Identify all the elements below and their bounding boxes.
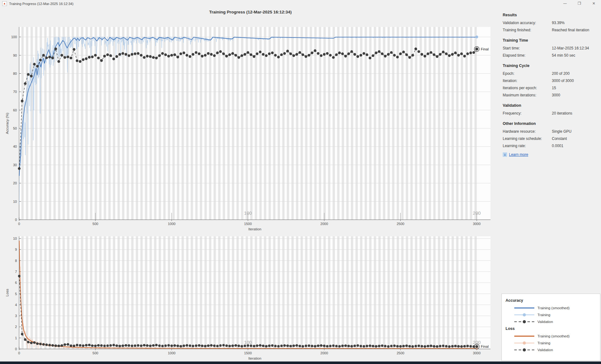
panel-section-title: Validation <box>503 102 598 109</box>
legend-row: Training <box>506 311 600 318</box>
minimize-button[interactable]: — <box>558 0 572 7</box>
panel-section-title: Training Time <box>503 37 598 44</box>
svg-text:5: 5 <box>15 292 17 296</box>
panel-row-value: 200 of 200 <box>552 71 570 76</box>
panel-row-value: 3000 of 3000 <box>552 79 574 83</box>
panel-row-label: Iterations per epoch: <box>503 86 552 90</box>
legend: AccuracyTraining (smoothed)TrainingValid… <box>501 294 600 361</box>
panel-row-value: Single GPU <box>552 129 572 134</box>
legend-swatch-dash-dot <box>514 348 536 352</box>
svg-text:6: 6 <box>15 281 17 285</box>
panel-row-label: Maximum iterations: <box>503 93 552 97</box>
legend-swatch-solid <box>514 306 536 310</box>
panel-row: Start time:12-Mar-2025 16:12:34 <box>503 44 598 52</box>
info-icon: i <box>503 152 507 157</box>
y-axis-label: Loss <box>5 289 9 297</box>
panel-row: Learning rate schedule:Constant <box>503 135 598 142</box>
panel-row: Epoch:200 of 200 <box>503 70 598 77</box>
panel-row-value: Constant <box>552 136 567 141</box>
legend-label: Validation <box>537 320 553 324</box>
panel-row: Iterations per epoch:15 <box>503 84 598 91</box>
panel-row-label: Iteration: <box>503 79 552 83</box>
svg-text:3: 3 <box>15 314 17 318</box>
legend-row: Validation <box>506 346 600 353</box>
panel-row: Iteration:3000 of 3000 <box>503 77 598 84</box>
panel-row-label: Validation accuracy: <box>503 21 552 25</box>
panel-row-label: Epoch: <box>503 71 552 76</box>
final-marker-dot <box>475 345 478 348</box>
svg-text:1500: 1500 <box>244 351 252 355</box>
learn-more-link[interactable]: Learn more <box>509 152 528 157</box>
panel-row: Maximum iterations:3000 <box>503 91 598 99</box>
panel-section: ResultsValidation accuracy:93.39%Trainin… <box>503 11 598 33</box>
window-controls: — ❐ ✕ <box>558 0 601 7</box>
legend-group-title: Accuracy <box>506 298 600 303</box>
svg-text:500: 500 <box>93 351 98 355</box>
panel-row-value: 15 <box>552 86 556 90</box>
panel-row-label: Learning rate: <box>503 144 552 148</box>
panel-row-label: Elapsed time: <box>503 53 552 58</box>
results-panel: ResultsValidation accuracy:93.39%Trainin… <box>503 11 598 157</box>
legend-swatch-solid <box>514 334 536 338</box>
panel-row-label: Hardware resource: <box>503 129 552 134</box>
legend-swatch-line-dot <box>514 341 536 345</box>
legend-row: Training (smoothed) <box>506 333 600 340</box>
panel-row-label: Training finished: <box>503 28 552 32</box>
panel-row-value: Reached final iteration <box>552 28 589 32</box>
loss-plot: 012345678910050010001500200025003000Iter… <box>0 0 501 364</box>
panel-row-label: Learning rate schedule: <box>503 136 552 141</box>
svg-text:0: 0 <box>15 347 17 351</box>
restore-button[interactable]: ❐ <box>572 0 587 7</box>
svg-text:7: 7 <box>15 270 17 274</box>
panel-section-title: Results <box>503 11 598 18</box>
legend-row: Training (smoothed) <box>506 305 600 311</box>
svg-text:9: 9 <box>15 248 17 251</box>
panel-section: Training CycleEpoch:200 of 200Iteration:… <box>503 62 598 99</box>
panel-section: Other InformationHardware resource:Singl… <box>503 120 598 149</box>
panel-section: Training TimeStart time:12-Mar-2025 16:1… <box>503 37 598 59</box>
panel-row: Elapsed time:54 min 50 sec <box>503 52 598 59</box>
panel-row: Learning rate:0.0001 <box>503 142 598 149</box>
panel-row-label: Frequency: <box>503 111 552 115</box>
legend-label: Validation <box>537 348 553 352</box>
svg-text:2000: 2000 <box>321 351 328 355</box>
close-button[interactable]: ✕ <box>587 0 601 7</box>
panel-section: ValidationFrequency:20 iterations <box>503 102 598 117</box>
panel-row-value: 93.39% <box>552 21 565 25</box>
panel-row-value: 20 iterations <box>552 111 572 115</box>
panel-row: Frequency:20 iterations <box>503 110 598 117</box>
panel-row-value: 0.0001 <box>552 144 563 148</box>
final-marker-label: Final <box>481 345 489 348</box>
legend-row: Training <box>506 340 600 346</box>
panel-row-value: 3000 <box>552 93 560 97</box>
panel-row-label: Start time: <box>503 46 552 50</box>
svg-text:1000: 1000 <box>168 351 175 355</box>
svg-text:1: 1 <box>15 336 17 340</box>
panel-section-title: Training Cycle <box>503 62 598 69</box>
panel-row-value: 54 min 50 sec <box>552 53 575 58</box>
legend-label: Training (smoothed) <box>537 306 569 310</box>
legend-label: Training <box>537 341 550 345</box>
svg-text:3000: 3000 <box>473 351 480 355</box>
svg-text:4: 4 <box>15 303 17 307</box>
legend-swatch-dash-dot <box>514 320 536 324</box>
panel-row: Training finished:Reached final iteratio… <box>503 26 598 33</box>
panel-row: Hardware resource:Single GPU <box>503 128 598 135</box>
epoch-label: 100 <box>244 340 252 345</box>
legend-group-title: Loss <box>506 326 600 331</box>
svg-text:2: 2 <box>15 325 17 329</box>
svg-text:0: 0 <box>18 351 20 355</box>
svg-text:2500: 2500 <box>397 351 404 355</box>
window-bottom-edge <box>0 361 601 364</box>
x-axis-label: Iteration <box>248 356 261 360</box>
panel-row: Validation accuracy:93.39% <box>503 19 598 26</box>
legend-row: Validation <box>506 318 600 325</box>
legend-swatch-line-dot <box>514 313 536 317</box>
svg-text:10: 10 <box>13 237 17 240</box>
panel-row-value: 12-Mar-2025 16:12:34 <box>552 46 589 50</box>
panel-section-title: Other Information <box>503 120 598 127</box>
legend-label: Training <box>537 313 550 317</box>
svg-text:8: 8 <box>15 259 17 263</box>
legend-label: Training (smoothed) <box>537 334 569 338</box>
